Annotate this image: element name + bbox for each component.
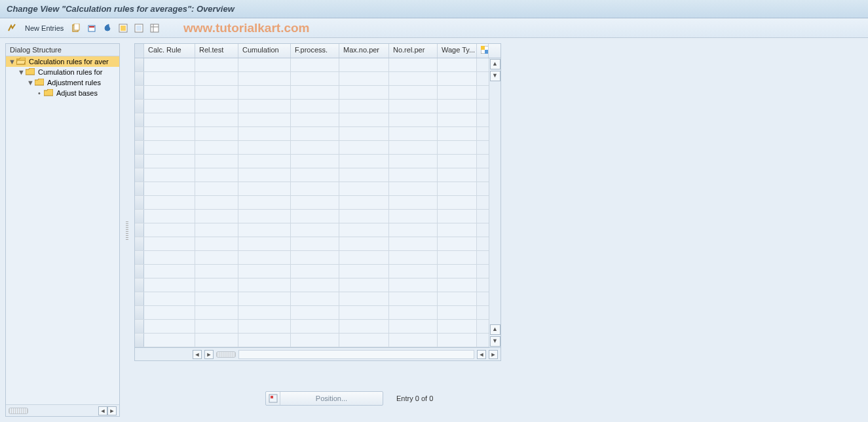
hscroll-grip[interactable] xyxy=(216,351,236,358)
cell[interactable] xyxy=(339,141,389,154)
table-settings-icon[interactable] xyxy=(149,22,160,34)
cell[interactable] xyxy=(144,155,195,168)
cell[interactable] xyxy=(144,265,195,278)
table-config-icon[interactable] xyxy=(477,44,489,58)
cell[interactable] xyxy=(389,334,438,347)
cell[interactable] xyxy=(438,196,477,209)
cell[interactable] xyxy=(389,72,438,85)
cell[interactable] xyxy=(291,210,339,223)
column-header-3[interactable]: F.process. xyxy=(291,44,339,58)
cell[interactable] xyxy=(291,292,339,305)
row-selector[interactable] xyxy=(135,100,144,113)
row-selector[interactable] xyxy=(135,265,144,278)
cell[interactable] xyxy=(195,237,238,250)
cell[interactable] xyxy=(291,196,339,209)
cell[interactable] xyxy=(389,265,438,278)
position-button[interactable]: Position... xyxy=(265,391,383,406)
cell[interactable] xyxy=(438,141,477,154)
tree-item-0[interactable]: ▼Calculation rules for aver xyxy=(6,56,119,67)
cell[interactable] xyxy=(389,100,438,113)
cell[interactable] xyxy=(389,168,438,182)
row-selector[interactable] xyxy=(135,210,144,223)
row-selector[interactable] xyxy=(135,196,144,209)
cell[interactable] xyxy=(291,223,339,237)
cell[interactable] xyxy=(238,292,291,305)
cell[interactable] xyxy=(238,251,291,264)
row-selector[interactable] xyxy=(135,113,144,126)
cell[interactable] xyxy=(339,100,389,113)
column-header-0[interactable]: Calc. Rule xyxy=(144,44,195,58)
cell[interactable] xyxy=(339,182,389,195)
cell[interactable] xyxy=(238,113,291,126)
cell[interactable] xyxy=(389,306,438,319)
cell[interactable] xyxy=(195,278,238,292)
cell[interactable] xyxy=(144,113,195,126)
cell[interactable] xyxy=(195,100,238,113)
tree-item-3[interactable]: •Adjust bases xyxy=(6,88,119,98)
row-selector[interactable] xyxy=(135,72,144,85)
cell[interactable] xyxy=(144,278,195,292)
cell[interactable] xyxy=(339,168,389,182)
row-selector[interactable] xyxy=(135,182,144,195)
cell[interactable] xyxy=(389,113,438,126)
expander-icon[interactable]: ▼ xyxy=(27,79,33,86)
cell[interactable] xyxy=(438,100,477,113)
cell[interactable] xyxy=(438,168,477,182)
cell[interactable] xyxy=(438,223,477,237)
cell[interactable] xyxy=(389,278,438,292)
cell[interactable] xyxy=(339,58,389,71)
cell[interactable] xyxy=(389,86,438,99)
cell[interactable] xyxy=(238,237,291,250)
cell[interactable] xyxy=(291,127,339,140)
cell[interactable] xyxy=(339,251,389,264)
row-selector[interactable] xyxy=(135,168,144,182)
cell[interactable] xyxy=(438,306,477,319)
cell[interactable] xyxy=(144,334,195,347)
row-selector[interactable] xyxy=(135,155,144,168)
hscroll-track[interactable] xyxy=(238,350,474,359)
select-all-icon[interactable] xyxy=(117,22,129,34)
cell[interactable] xyxy=(144,100,195,113)
cell[interactable] xyxy=(438,86,477,99)
row-selector[interactable] xyxy=(135,127,144,140)
sidebar-grip[interactable] xyxy=(9,408,28,414)
vscroll-track[interactable] xyxy=(489,82,500,324)
cell[interactable] xyxy=(339,196,389,209)
hscroll-right2[interactable]: ► xyxy=(489,350,498,359)
cell[interactable] xyxy=(144,196,195,209)
row-selector[interactable] xyxy=(135,237,144,250)
cell[interactable] xyxy=(195,58,238,71)
column-header-6[interactable]: Wage Ty... xyxy=(438,44,477,58)
cell[interactable] xyxy=(339,306,389,319)
cell[interactable] xyxy=(195,320,238,333)
row-selector[interactable] xyxy=(135,58,144,71)
cell[interactable] xyxy=(238,72,291,85)
row-selector[interactable] xyxy=(135,334,144,347)
cell[interactable] xyxy=(195,251,238,264)
cell[interactable] xyxy=(339,155,389,168)
column-header-4[interactable]: Max.no.per xyxy=(339,44,389,58)
column-header-2[interactable]: Cumulation xyxy=(238,44,291,58)
cell[interactable] xyxy=(291,155,339,168)
cell[interactable] xyxy=(291,251,339,264)
cell[interactable] xyxy=(291,72,339,85)
cell[interactable] xyxy=(238,306,291,319)
toggle-icon[interactable] xyxy=(7,22,18,34)
scroll-down-icon[interactable]: ▼ xyxy=(490,71,500,81)
row-selector-header[interactable] xyxy=(135,44,144,58)
copy-icon[interactable] xyxy=(70,22,82,34)
cell[interactable] xyxy=(238,127,291,140)
new-entries-button[interactable]: New Entries xyxy=(25,24,64,32)
cell[interactable] xyxy=(195,334,238,347)
cell[interactable] xyxy=(144,72,195,85)
scroll-up-icon[interactable]: ▲ xyxy=(490,59,500,69)
cell[interactable] xyxy=(339,127,389,140)
cell[interactable] xyxy=(291,320,339,333)
cell[interactable] xyxy=(438,292,477,305)
row-selector[interactable] xyxy=(135,251,144,264)
tree-item-2[interactable]: ▼Adjustment rules xyxy=(6,77,119,88)
cell[interactable] xyxy=(238,100,291,113)
cell[interactable] xyxy=(291,182,339,195)
row-selector[interactable] xyxy=(135,292,144,305)
cell[interactable] xyxy=(144,292,195,305)
